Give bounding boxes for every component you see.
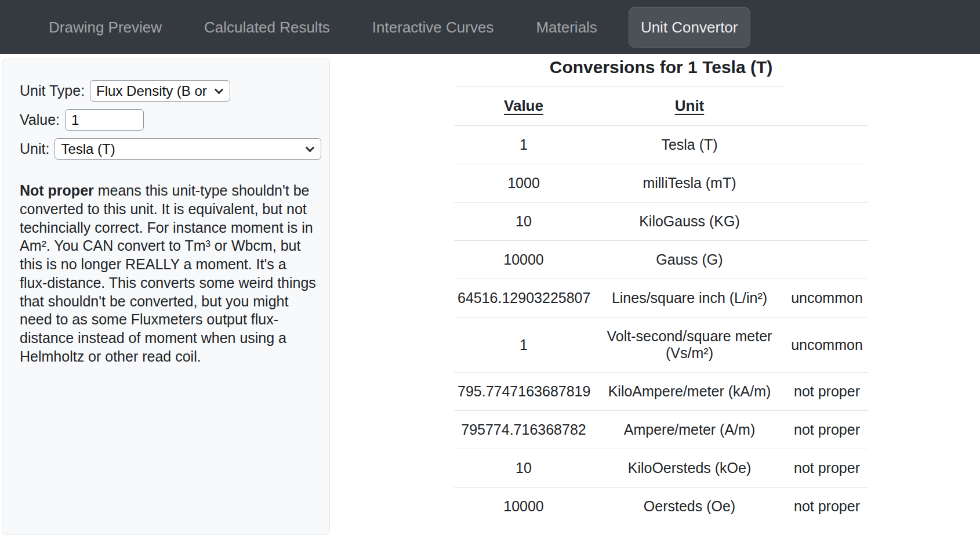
conversions-section: Conversions for 1 Tesla (T) Value Unit 1… <box>454 56 868 525</box>
conversion-note: not proper <box>786 449 868 488</box>
conversion-unit: KiloGauss (KG) <box>593 203 786 241</box>
conversion-unit: milliTesla (mT) <box>593 164 786 203</box>
conversion-unit: KiloAmpere/meter (kA/m) <box>593 373 786 411</box>
not-proper-note: Not proper means this unit-type shouldn'… <box>20 182 317 366</box>
tab-materials[interactable]: Materials <box>536 16 597 38</box>
value-input[interactable] <box>65 109 144 131</box>
conversion-unit: Ampere/meter (A/m) <box>593 411 786 449</box>
unit-type-select[interactable]: Flux Density (B or J) <box>90 80 230 102</box>
value-row: Value: <box>20 109 312 131</box>
conversion-value: 10 <box>454 449 593 488</box>
column-header-value: Value <box>454 86 593 126</box>
conversion-note: uncommon <box>786 317 868 373</box>
table-row: 10 KiloGauss (KG) <box>454 203 868 241</box>
unit-type-row: Unit Type: Flux Density (B or J) <box>20 80 312 102</box>
conversion-note <box>786 164 868 203</box>
table-row: 10000 Gauss (G) <box>454 241 868 279</box>
conversion-note: not proper <box>786 373 868 411</box>
conversion-value: 795774.716368782 <box>454 411 593 449</box>
conversion-value: 10000 <box>454 488 593 526</box>
column-header-note <box>786 86 868 126</box>
column-header-unit: Unit <box>593 86 786 126</box>
unit-select[interactable]: Tesla (T) <box>55 138 321 160</box>
tab-unit-convertor[interactable]: Unit Convertor <box>629 7 750 48</box>
conversion-value: 1000 <box>454 164 593 203</box>
conversion-unit: Lines/square inch (L/in²) <box>593 279 786 317</box>
conversion-note <box>786 126 868 164</box>
table-row: 795774.716368782 Ampere/meter (A/m) not … <box>454 411 868 449</box>
unit-type-label: Unit Type: <box>20 82 85 99</box>
tab-drawing-preview[interactable]: Drawing Preview <box>49 16 162 38</box>
conversion-note: not proper <box>786 411 868 449</box>
conversion-value: 10 <box>454 203 593 241</box>
table-row: 795.7747163687819 KiloAmpere/meter (kA/m… <box>454 373 868 411</box>
conversion-unit: Volt-second/square meter (Vs/m²) <box>593 317 786 373</box>
table-row: 10 KiloOersteds (kOe) not proper <box>454 449 868 488</box>
table-row: 64516.12903225807 Lines/square inch (L/i… <box>454 279 868 317</box>
tab-interactive-curves[interactable]: Interactive Curves <box>372 16 494 38</box>
table-row: 1000 milliTesla (mT) <box>454 164 868 203</box>
unit-type-select-wrap: Flux Density (B or J) <box>90 80 230 102</box>
table-row: 1 Volt-second/square meter (Vs/m²) uncom… <box>454 317 868 373</box>
conversion-unit: Tesla (T) <box>593 126 786 164</box>
tab-calculated-results[interactable]: Calculated Results <box>204 16 330 38</box>
table-row: 1 Tesla (T) <box>454 126 868 164</box>
conversion-value: 10000 <box>454 241 593 279</box>
value-label: Value: <box>20 111 60 128</box>
conversion-unit: Oersteds (Oe) <box>593 488 786 526</box>
table-row: 10000 Oersteds (Oe) not proper <box>454 488 868 526</box>
conversion-value: 1 <box>454 126 593 164</box>
conversion-unit: Gauss (G) <box>593 241 786 279</box>
conversion-note <box>786 203 868 241</box>
conversion-value: 795.7747163687819 <box>454 373 593 411</box>
unit-label: Unit: <box>20 140 49 157</box>
conversion-note: uncommon <box>786 279 868 317</box>
conversion-note <box>786 241 868 279</box>
converter-panel: Unit Type: Flux Density (B or J) Value: … <box>2 59 330 535</box>
conversion-value: 1 <box>454 317 593 373</box>
note-lead: Not proper <box>20 182 94 198</box>
unit-row: Unit: Tesla (T) <box>20 138 312 160</box>
top-navbar: Drawing PreviewCalculated ResultsInterac… <box>0 0 980 54</box>
note-body: means this unit-type shouldn't be conver… <box>20 182 316 364</box>
conversion-unit: KiloOersteds (kOe) <box>593 449 786 488</box>
unit-select-wrap: Tesla (T) <box>55 138 321 160</box>
conversion-value: 64516.12903225807 <box>454 279 593 317</box>
conversions-table: Value Unit 1 Tesla (T) 1000 milliTesla (… <box>454 86 868 525</box>
conversion-note: not proper <box>786 488 868 526</box>
conversions-title: Conversions for 1 Tesla (T) <box>454 56 868 79</box>
table-header-row: Value Unit <box>454 86 868 126</box>
